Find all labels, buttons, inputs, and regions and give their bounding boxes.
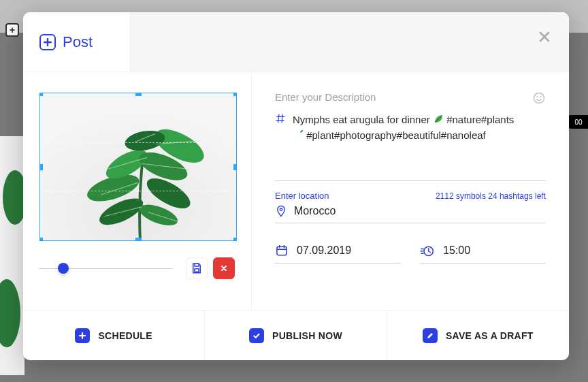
svg-point-17: [537, 96, 538, 97]
description-body[interactable]: Nymphs eat arugula for dinner #nature#pl…: [275, 112, 546, 144]
post-image: [40, 93, 236, 240]
image-controls-row: [39, 257, 235, 279]
post-composer-modal: Post: [23, 12, 569, 360]
check-icon: [249, 328, 264, 343]
tab-post[interactable]: Post: [23, 12, 131, 71]
zoom-slider-thumb[interactable]: [58, 263, 69, 274]
plus-square-icon: [39, 34, 56, 50]
calendar-icon: [275, 244, 289, 257]
location-input[interactable]: Morocco: [275, 205, 546, 223]
publish-now-label: PUBLISH NOW: [272, 330, 342, 341]
crop-handle[interactable]: [233, 238, 237, 241]
delete-image-button[interactable]: [213, 257, 235, 279]
leaf-emoji-icon: [293, 129, 304, 140]
svg-rect-14: [195, 269, 199, 272]
crop-handle[interactable]: [233, 164, 237, 170]
svg-rect-20: [277, 246, 287, 255]
crop-handle[interactable]: [39, 238, 43, 241]
header-spacer: [131, 12, 569, 71]
timer-icon: [420, 244, 435, 257]
svg-point-18: [540, 96, 542, 97]
save-draft-button[interactable]: SAVE AS A DRAFT: [387, 311, 569, 360]
time-input[interactable]: 15:00: [420, 244, 546, 264]
bg-thumbnail-badge: 00: [569, 115, 588, 129]
content-column: Enter your Description Nymphs eat arugul…: [252, 72, 569, 310]
location-value: Morocco: [294, 205, 336, 217]
location-section: Enter location 2112 symbols 24 hashtags …: [275, 191, 546, 223]
bg-left-thumbnails: [0, 136, 24, 375]
save-crop-button[interactable]: [186, 257, 208, 279]
schedule-button[interactable]: SCHEDULE: [23, 311, 205, 360]
crop-handle[interactable]: [39, 164, 43, 170]
tab-post-label: Post: [63, 33, 93, 51]
location-label: Enter location: [275, 191, 329, 201]
svg-point-9: [101, 144, 151, 185]
save-draft-label: SAVE AS A DRAFT: [446, 330, 534, 341]
svg-rect-13: [195, 264, 199, 266]
publish-now-button[interactable]: PUBLISH NOW: [205, 311, 387, 360]
description-text[interactable]: Nymphs eat arugula for dinner #nature#pl…: [293, 112, 514, 144]
plus-icon: [75, 328, 90, 343]
crop-handle[interactable]: [135, 238, 142, 241]
schedule-label: SCHEDULE: [98, 330, 152, 341]
crop-handle[interactable]: [39, 93, 43, 96]
description-underline: [275, 180, 546, 181]
time-value: 15:00: [443, 244, 470, 257]
image-editor-column: [23, 72, 252, 310]
date-input[interactable]: 07.09.2019: [275, 244, 401, 264]
crop-handle[interactable]: [135, 93, 142, 96]
svg-rect-4: [40, 93, 236, 240]
description-counter: 2112 symbols 24 hashtags left: [436, 191, 546, 201]
modal-body: Enter your Description Nymphs eat arugul…: [23, 72, 569, 310]
bg-add-button[interactable]: +: [5, 23, 19, 37]
image-crop-area[interactable]: [39, 93, 237, 241]
emoji-picker-button[interactable]: [532, 91, 546, 105]
modal-header: Post: [23, 12, 569, 72]
description-placeholder: Enter your Description: [275, 91, 532, 103]
edit-icon: [423, 328, 438, 343]
svg-point-16: [534, 93, 544, 104]
date-value: 07.09.2019: [297, 244, 351, 257]
close-button[interactable]: [535, 27, 554, 46]
leaf-emoji-icon: [433, 114, 444, 125]
crop-handle[interactable]: [233, 93, 237, 96]
location-pin-icon: [275, 205, 287, 217]
zoom-slider[interactable]: [39, 261, 172, 275]
description-header: Enter your Description: [275, 91, 546, 105]
svg-point-19: [280, 208, 282, 210]
modal-footer: SCHEDULE PUBLISH NOW SAVE AS A DRAFT: [23, 310, 569, 360]
datetime-row: 07.09.2019 15:00: [275, 244, 546, 264]
hashtag-icon: [275, 113, 286, 124]
svg-point-10: [135, 146, 191, 186]
